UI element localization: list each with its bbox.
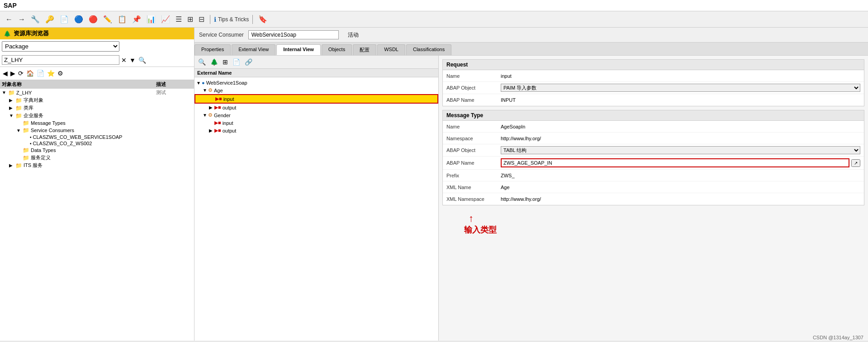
tab-classifications[interactable]: Classifications [406, 44, 451, 55]
annotation-text: 输入类型 [464, 224, 497, 235]
btn5[interactable]: 🔴 [87, 14, 100, 24]
toggle-age-output[interactable]: ▶ [209, 105, 214, 110]
sidebar-clear-btn[interactable]: ✕ [120, 56, 128, 65]
sidebar-info-btn[interactable]: 📄 [36, 69, 45, 78]
sidebar-nav-btn2[interactable]: ▶ [9, 69, 16, 78]
sidebar-type-select[interactable]: Package [2, 41, 119, 52]
mt-namespace-val: http://www.lhy.org/ [501, 136, 860, 141]
ext-item-ws1soap[interactable]: ▼ ● WebService1Soap [194, 79, 438, 86]
sidebar-title: 资源库浏览器 [14, 29, 49, 38]
forward-btn[interactable]: → [16, 14, 27, 24]
toggle-age[interactable]: ▼ [203, 88, 208, 93]
tree-item-enterprise[interactable]: ▼ 📁 企业服务 [0, 112, 194, 119]
input-icon: ▶■ [215, 96, 222, 102]
btn4[interactable]: 🔵 [72, 14, 85, 24]
sidebar-star-btn[interactable]: ⭐ [46, 69, 56, 78]
btn11[interactable]: ☰ [174, 14, 184, 24]
circle-icon-claszws2: • [30, 141, 32, 146]
tree-item-dict[interactable]: ▶ 📁 字典对象 [0, 96, 194, 104]
mt-abap-name-input[interactable] [501, 158, 849, 167]
ext-item-age[interactable]: ▼ ⚙ Age [194, 86, 438, 94]
sidebar-search-row: ✕ ▼ 🔍 [0, 53, 194, 67]
ext-item-gender[interactable]: ▼ ⚙ Gender [194, 111, 438, 119]
btn3[interactable]: 📄 [58, 14, 71, 24]
request-abap-name-input[interactable] [501, 97, 860, 103]
btn2[interactable]: 🔑 [43, 14, 56, 24]
service-status: 活动 [348, 31, 359, 39]
sidebar-home-btn[interactable]: 🏠 [25, 69, 35, 78]
sidebar-search-btn[interactable]: 🔍 [138, 56, 147, 65]
tree-item-datatypes[interactable]: ▶ 📁 Data Types [0, 147, 194, 154]
request-name-row: Name input [443, 70, 864, 82]
ext-item-age-output[interactable]: ▶ ▶■ output [194, 104, 438, 111]
message-type-title: Message Type [443, 110, 864, 121]
back-btn[interactable]: ← [4, 14, 14, 24]
toggle-class[interactable]: ▶ [9, 105, 15, 110]
mt-abap-name-val: ↗ [501, 158, 860, 167]
btn12[interactable]: ⊞ [185, 14, 195, 24]
mt-namespace-key: Namespace [446, 136, 501, 141]
tab-properties[interactable]: Properties [194, 44, 231, 55]
tree-item-svcdef[interactable]: ▶ 📁 服务定义 [0, 154, 194, 162]
tips-tricks-btn[interactable]: Tips & Tricks [218, 16, 249, 23]
request-abap-name-key: ABAP Name [446, 97, 501, 103]
tab-wsdl[interactable]: WSDL [377, 44, 405, 55]
tree-item-msgtypes[interactable]: ▶ 📁 Message Types [0, 119, 194, 127]
btn6[interactable]: ✏️ [101, 14, 114, 24]
request-abap-obj-select[interactable]: PAIM 导入参数 [501, 84, 860, 92]
btn7[interactable]: 📋 [116, 14, 128, 24]
folder-icon-its: 📁 [15, 162, 22, 169]
tree-item-its[interactable]: ▶ 📁 ITS 服务 [0, 162, 194, 169]
ext-item-gender-output[interactable]: ▶ ▶■ output [194, 127, 438, 134]
ext-btn1[interactable]: 🔍 [196, 57, 208, 66]
tab-internal-view[interactable]: Internal View [276, 44, 321, 55]
btn10[interactable]: 📈 [159, 14, 172, 24]
bookmark-btn[interactable]: 🔖 [256, 14, 269, 24]
properties-panel: Request Name input ABAP Object PAIM 导 [439, 56, 868, 341]
tree-item-claszws2[interactable]: ▶ • CLASZWS_CO_Z_WS002 [0, 140, 194, 147]
sidebar-refresh-btn[interactable]: ⟳ [17, 69, 24, 78]
toggle-its[interactable]: ▶ [9, 163, 15, 168]
toggle-svccons[interactable]: ▼ [16, 128, 23, 133]
toggle-z-lhy[interactable]: ▼ [2, 90, 8, 95]
tab-config[interactable]: 配置 [353, 44, 376, 55]
request-abap-name-row: ABAP Name [443, 94, 864, 106]
sidebar-search-input[interactable] [2, 55, 119, 65]
tree-col-name: 对象名称 [2, 81, 156, 88]
tree-item-class[interactable]: ▶ 📁 类库 [0, 104, 194, 112]
toggle-dict[interactable]: ▶ [9, 98, 15, 103]
toggle-enterprise[interactable]: ▼ [9, 113, 15, 118]
tree-item-claszws1[interactable]: ▶ • CLASZWS_CO_WEB_SERVICE1SOAP [0, 134, 194, 140]
ext-btn4[interactable]: 📄 [231, 57, 242, 66]
mt-abap-obj-select[interactable]: TABL 结构 [501, 146, 860, 154]
sidebar-nav-btn1[interactable]: ◀ [2, 69, 9, 78]
mt-prefix-input[interactable] [501, 173, 860, 178]
content-area: 🔍 🌲 ⊞ 📄 🔗 External Name ▼ ● WebService1S… [194, 56, 868, 341]
ext-btn5[interactable]: 🔗 [243, 57, 254, 66]
ext-btn3[interactable]: ⊞ [221, 57, 230, 66]
mt-abap-obj-key: ABAP Object [446, 147, 501, 153]
tree-item-svccons[interactable]: ▼ 📁 Service Consumers [0, 127, 194, 134]
toggle-ws1[interactable]: ▼ [196, 81, 202, 86]
sidebar-settings-btn[interactable]: ⚙ [57, 69, 64, 78]
request-title: Request [443, 60, 864, 70]
mt-abap-name-browse-btn[interactable]: ↗ [851, 159, 860, 167]
folder-icon-msgtypes: 📁 [23, 120, 29, 126]
ext-item-age-input[interactable]: ▶ ▶■ input [194, 94, 438, 104]
ext-item-gender-input[interactable]: ▶ ▶■ input [194, 119, 438, 127]
toggle-gender[interactable]: ▼ [203, 113, 208, 118]
service-value: WebService1Soap [248, 30, 339, 39]
btn9[interactable]: 📊 [145, 14, 157, 24]
mt-xml-name-key: XML Name [446, 185, 501, 190]
request-abap-obj-row: ABAP Object PAIM 导入参数 [443, 82, 864, 94]
btn13[interactable]: ⊟ [197, 14, 206, 24]
request-name-val: input [501, 73, 860, 79]
ext-btn2[interactable]: 🌲 [209, 57, 220, 66]
btn8[interactable]: 📌 [130, 14, 143, 24]
tab-external-view[interactable]: External View [232, 44, 275, 55]
btn1[interactable]: 🔧 [29, 14, 42, 24]
sidebar-dropdown-btn[interactable]: ▼ [128, 56, 137, 65]
toggle-gender-output[interactable]: ▶ [209, 128, 214, 133]
tree-item-z-lhy[interactable]: ▼ 📁 Z_LHY 测试 [0, 89, 194, 96]
tab-objects[interactable]: Objects [322, 44, 352, 55]
